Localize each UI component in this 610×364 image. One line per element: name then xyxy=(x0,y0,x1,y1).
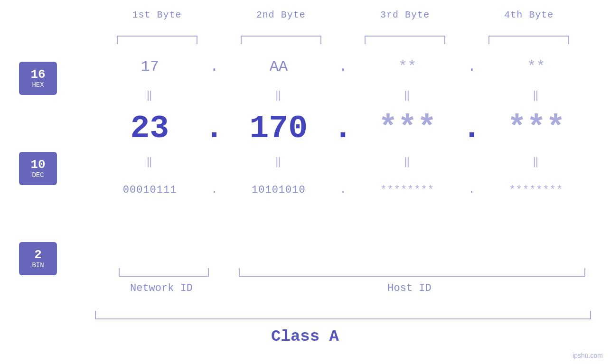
eq-2-b2: ‖ xyxy=(224,155,333,168)
host-bracket xyxy=(239,268,585,277)
bin-b2: 10101010 xyxy=(224,184,333,196)
dot-dec-3: . xyxy=(462,110,482,147)
bin-b1: 00010111 xyxy=(95,184,205,196)
dot-bin-2: . xyxy=(334,184,353,196)
watermark: ipshu.com xyxy=(572,352,603,359)
eq-1-b2: ‖ xyxy=(224,89,333,102)
bin-row: 00010111 . 10101010 . ******** . *******… xyxy=(95,171,591,209)
eq-1-b3: ‖ xyxy=(353,89,462,102)
dot-dec-2: . xyxy=(333,110,353,147)
eq-2-b1: ‖ xyxy=(95,155,205,168)
hex-row: 17 . AA . ** . ** xyxy=(95,47,591,85)
hex-b4: ** xyxy=(481,58,591,75)
bottom-full-bracket xyxy=(95,311,591,319)
equals-row-1: ‖ ‖ ‖ ‖ xyxy=(95,85,591,104)
hex-b3: ** xyxy=(353,58,462,75)
hex-b1: 17 xyxy=(95,58,205,75)
bottom-brackets xyxy=(95,268,591,277)
dot-bin-3: . xyxy=(462,184,481,196)
byte4-header: 4th Byte xyxy=(467,9,591,20)
eq-2-b4: ‖ xyxy=(481,155,591,168)
top-brackets xyxy=(95,36,591,44)
dot-bin-1: . xyxy=(205,184,224,196)
bracket-cell-2 xyxy=(219,36,343,44)
bin-badge: 2 BIN xyxy=(19,242,57,275)
main-container: 1st Byte 2nd Byte 3rd Byte 4th Byte 16 H… xyxy=(0,0,610,364)
top-bracket-1 xyxy=(117,36,197,44)
dot-hex-2: . xyxy=(334,58,353,75)
dot-dec-1: . xyxy=(205,110,224,147)
byte-headers: 1st Byte 2nd Byte 3rd Byte 4th Byte xyxy=(95,9,591,20)
top-bracket-4 xyxy=(488,36,569,44)
top-bracket-3 xyxy=(365,36,445,44)
bracket-cell-1 xyxy=(95,36,219,44)
host-id-label: Host ID xyxy=(228,282,591,294)
byte3-header: 3rd Byte xyxy=(343,9,467,20)
dec-badge: 10 DEC xyxy=(19,152,57,185)
eq-1-b1: ‖ xyxy=(95,89,205,102)
dec-b2: 170 xyxy=(224,110,333,147)
id-labels: Network ID Host ID xyxy=(95,282,591,294)
eq-2-b3: ‖ xyxy=(353,155,462,168)
dot-hex-1: . xyxy=(205,58,224,75)
bin-b3: ******** xyxy=(353,184,462,196)
net-bracket-wrap xyxy=(95,268,233,277)
network-id-label: Network ID xyxy=(95,282,228,294)
dec-row: 23 . 170 . *** . *** xyxy=(95,104,591,152)
rows-area: 17 . AA . ** . ** ‖ ‖ xyxy=(95,47,591,209)
dot-hex-3: . xyxy=(462,58,481,75)
dec-b1: 23 xyxy=(95,110,205,147)
dec-b3: *** xyxy=(353,110,462,147)
eq-1-b4: ‖ xyxy=(481,89,591,102)
bracket-cell-3 xyxy=(343,36,467,44)
bin-b4: ******** xyxy=(481,184,591,196)
base-labels: 16 HEX 10 DEC 2 BIN xyxy=(19,62,57,275)
class-label: Class A xyxy=(0,327,610,345)
dec-b4: *** xyxy=(481,110,591,147)
byte2-header: 2nd Byte xyxy=(219,9,343,20)
hex-badge: 16 HEX xyxy=(19,62,57,95)
host-bracket-wrap xyxy=(233,268,591,277)
equals-row-2: ‖ ‖ ‖ ‖ xyxy=(95,152,591,171)
bracket-cell-4 xyxy=(467,36,591,44)
top-bracket-2 xyxy=(241,36,321,44)
hex-b2: AA xyxy=(224,58,333,75)
net-bracket xyxy=(119,268,209,277)
byte1-header: 1st Byte xyxy=(95,9,219,20)
